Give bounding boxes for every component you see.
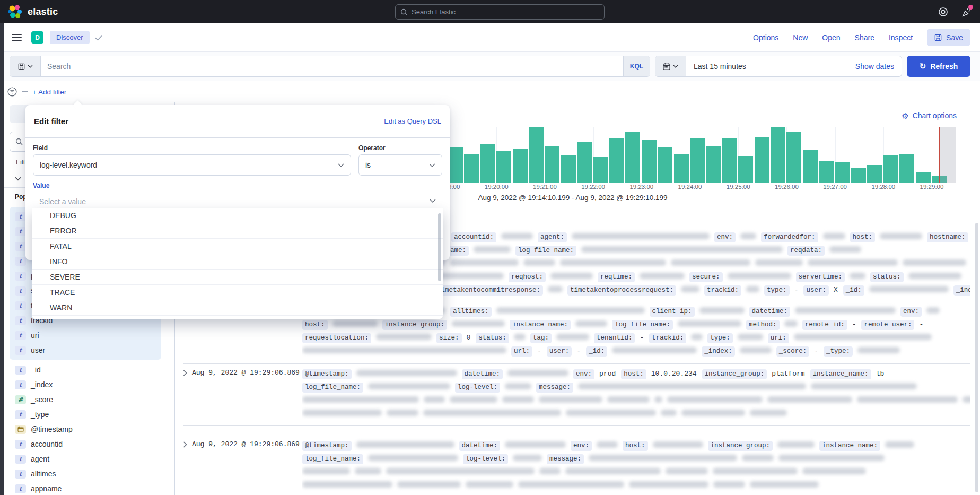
chart-bar[interactable] <box>513 149 528 183</box>
chart-bar[interactable] <box>835 162 850 183</box>
value-option-warn[interactable]: WARN <box>32 300 443 316</box>
chart-bar[interactable] <box>593 157 608 183</box>
add-filter-link[interactable]: + Add filter <box>32 88 66 96</box>
field-name-badge: remote_id: <box>802 320 847 330</box>
refresh-button[interactable]: ↻ Refresh <box>907 56 970 77</box>
chart-bar[interactable] <box>755 137 769 183</box>
chart-bar[interactable] <box>577 142 592 183</box>
field-name-badge: tenantid: <box>594 333 635 343</box>
chevron-down-icon[interactable] <box>430 199 436 203</box>
sidebar-field-appname[interactable]: tappname <box>10 481 161 495</box>
field-value: prod <box>599 370 616 378</box>
chart-bar[interactable] <box>464 154 479 183</box>
redacted-value <box>808 259 898 266</box>
options-link[interactable]: Options <box>753 33 778 42</box>
chart-bar[interactable] <box>448 147 463 183</box>
string-field-icon: t <box>15 272 26 281</box>
expand-chevron-icon[interactable] <box>183 441 187 448</box>
edit-as-query-dsl-link[interactable]: Edit as Query DSL <box>384 117 441 125</box>
filter-icon[interactable] <box>7 87 17 97</box>
expand-chevron-icon[interactable] <box>183 370 187 376</box>
redacted-value <box>802 468 866 474</box>
help-icon[interactable] <box>938 6 948 17</box>
chart-bar[interactable] <box>819 161 834 183</box>
chart-bar[interactable] <box>561 155 576 183</box>
chart-bar[interactable] <box>642 140 657 183</box>
value-label: Value <box>33 182 442 189</box>
field-name-badge: type: <box>764 285 790 296</box>
dropdown-scrollbar[interactable] <box>438 213 441 281</box>
page-scrollbar[interactable] <box>975 223 978 492</box>
chart-bar[interactable] <box>771 127 785 183</box>
redacted-value <box>424 396 445 403</box>
chart-bar[interactable] <box>803 150 818 183</box>
field-combobox-value[interactable] <box>40 161 338 169</box>
chart-bar[interactable] <box>690 138 705 183</box>
chart-bar[interactable] <box>851 168 866 183</box>
chart-bar[interactable] <box>706 146 721 183</box>
saved-query-menu-button[interactable] <box>10 56 41 76</box>
sidebar-field-@timestamp[interactable]: @timestamp <box>10 422 161 437</box>
value-option-fatal[interactable]: FATAL <box>32 239 443 254</box>
chart-bar[interactable] <box>722 138 737 183</box>
chart-options-link[interactable]: ⚙ Chart options <box>902 111 957 120</box>
value-option-error[interactable]: ERROR <box>32 223 443 239</box>
operator-select[interactable]: is <box>358 154 442 176</box>
global-search-input[interactable] <box>412 8 599 16</box>
field-name-badge: reqdata: <box>788 246 825 256</box>
value-option-trace[interactable]: TRACE <box>32 285 443 300</box>
redacted-value <box>450 396 497 403</box>
chart-bar[interactable] <box>658 147 672 183</box>
kql-toggle[interactable]: KQL <box>623 56 650 76</box>
space-badge[interactable]: D <box>31 31 43 44</box>
chart-bar[interactable] <box>883 155 898 183</box>
field-name-badge: alltimes: <box>450 307 492 317</box>
field-label: @timestamp <box>31 425 73 433</box>
value-option-debug[interactable]: DEBUG <box>32 208 443 223</box>
sidebar-field-_score[interactable]: #_score <box>10 392 161 407</box>
sidebar-field-uri[interactable]: turi <box>10 328 161 343</box>
chart-bar[interactable] <box>916 172 931 183</box>
redacted-value <box>713 468 798 474</box>
chart-bar[interactable] <box>496 151 511 183</box>
field-combobox[interactable] <box>33 154 351 176</box>
sidebar-field-_type[interactable]: t_type <box>10 407 161 422</box>
sidebar-field-agent[interactable]: tagent <box>10 451 161 466</box>
news-party-popper-icon[interactable] <box>961 6 972 17</box>
chevron-down-icon[interactable] <box>15 177 21 181</box>
chart-bar[interactable] <box>545 146 559 183</box>
value-option-severe[interactable]: SEVERE <box>32 270 443 285</box>
chart-bar[interactable] <box>625 132 640 183</box>
show-dates-link[interactable]: Show dates <box>855 62 902 71</box>
new-link[interactable]: New <box>793 33 808 42</box>
breadcrumb[interactable]: Discover <box>50 31 90 44</box>
brand[interactable]: elastic <box>0 4 106 19</box>
save-button[interactable]: Save <box>927 29 970 46</box>
value-option-info[interactable]: INFO <box>32 254 443 270</box>
sidebar-field-user[interactable]: tuser <box>10 343 161 358</box>
sidebar-field-alltimes[interactable]: talltimes <box>10 466 161 481</box>
kql-query-input[interactable] <box>41 62 623 71</box>
chart-bar[interactable] <box>867 165 882 183</box>
inspect-link[interactable]: Inspect <box>889 33 913 42</box>
time-range-button[interactable]: Last 15 minutes <box>686 62 855 71</box>
chart-bar[interactable] <box>480 144 495 183</box>
sidebar-field-_index[interactable]: t_index <box>10 377 161 392</box>
chart-bar[interactable] <box>738 156 753 183</box>
chart-bar[interactable] <box>786 132 801 183</box>
chart-bar[interactable] <box>674 154 689 183</box>
chart-bar[interactable] <box>609 138 624 183</box>
sidebar-field-accountid[interactable]: taccountid <box>10 437 161 451</box>
chart-bar[interactable] <box>529 127 544 183</box>
date-quick-menu-button[interactable] <box>655 56 686 76</box>
check-icon <box>95 34 103 41</box>
global-search[interactable] <box>395 4 605 20</box>
row-time-cell: Aug 9, 2022 @ 19:29:06.869 <box>183 366 300 379</box>
menu-hamburger-icon[interactable] <box>12 34 22 41</box>
open-link[interactable]: Open <box>822 33 840 42</box>
field-name-badge: uri: <box>768 333 789 343</box>
redacted-value <box>572 233 710 239</box>
share-link[interactable]: Share <box>855 33 874 42</box>
sidebar-field-_id[interactable]: t_id <box>10 362 161 377</box>
chart-bar[interactable] <box>899 154 914 183</box>
